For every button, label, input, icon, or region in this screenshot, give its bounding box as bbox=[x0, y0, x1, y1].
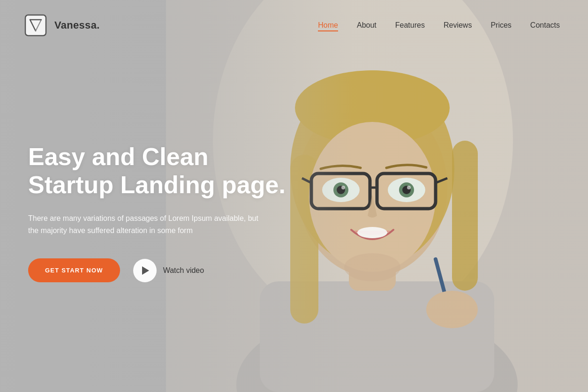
nav-link-reviews[interactable]: Reviews bbox=[444, 21, 472, 29]
nav-item-about[interactable]: About bbox=[357, 21, 377, 30]
navbar: Vanessa. Home About Features Reviews Pri… bbox=[0, 0, 588, 51]
hero-subtitle: There are many variations of passages of… bbox=[28, 212, 263, 237]
nav-link-prices[interactable]: Prices bbox=[490, 21, 511, 29]
watch-video-button[interactable]: Watch video bbox=[133, 259, 204, 282]
nav-link-contacts[interactable]: Contacts bbox=[530, 21, 560, 29]
hero-actions: GET START NOW Watch video bbox=[28, 258, 300, 282]
nav-item-features[interactable]: Features bbox=[395, 21, 425, 30]
brand-name: Vanessa. bbox=[54, 19, 100, 31]
nav-link-features[interactable]: Features bbox=[395, 21, 425, 29]
hero-section: Vanessa. Home About Features Reviews Pri… bbox=[0, 0, 588, 392]
play-triangle-icon bbox=[142, 266, 149, 275]
svg-rect-28 bbox=[25, 15, 46, 36]
nav-item-prices[interactable]: Prices bbox=[490, 21, 511, 30]
hero-content: Easy and Clean Startup Landing page. The… bbox=[28, 143, 300, 282]
nav-item-reviews[interactable]: Reviews bbox=[444, 21, 472, 30]
logo-icon bbox=[23, 13, 48, 38]
nav-link-home[interactable]: Home bbox=[318, 21, 338, 31]
nav-item-contacts[interactable]: Contacts bbox=[530, 21, 560, 30]
nav-menu: Home About Features Reviews Prices Conta… bbox=[318, 21, 560, 30]
nav-link-about[interactable]: About bbox=[357, 21, 377, 29]
hero-title: Easy and Clean Startup Landing page. bbox=[28, 143, 300, 199]
play-icon bbox=[133, 259, 157, 282]
get-start-button[interactable]: GET START NOW bbox=[28, 258, 120, 282]
logo[interactable]: Vanessa. bbox=[23, 13, 100, 38]
watch-video-label: Watch video bbox=[163, 266, 204, 275]
nav-item-home[interactable]: Home bbox=[318, 21, 338, 30]
